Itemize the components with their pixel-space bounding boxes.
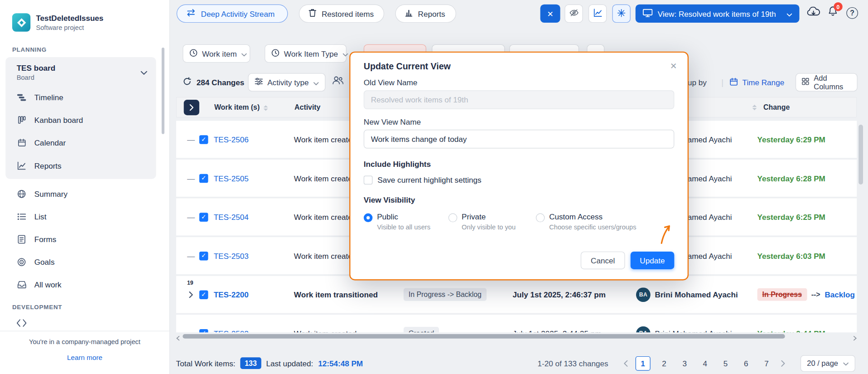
sidebar-footer: You're in a company-managed project Lear…	[0, 331, 169, 374]
project-logo-icon	[16, 17, 26, 27]
last-updated-label: Last updated:	[266, 359, 313, 368]
chart-view-button[interactable]	[588, 5, 607, 23]
user-name: Brini Mohamed Ayachi	[655, 329, 732, 332]
activity-type-filter[interactable]: Activity type	[248, 73, 325, 91]
highlights-checkbox[interactable]	[364, 175, 373, 185]
sidebar-item-list[interactable]: List	[0, 205, 169, 228]
row-checkbox[interactable]: ✓	[199, 174, 208, 183]
add-columns-button[interactable]: Add Columns	[796, 73, 858, 91]
timeline-icon	[17, 93, 27, 101]
table-row[interactable]: 19 ✓ TES-2200 Work item transitioned In …	[176, 276, 857, 313]
page-number[interactable]: 4	[699, 356, 712, 370]
inbox-icon	[17, 280, 27, 288]
page-number[interactable]: 1	[635, 356, 650, 370]
users-filter-button[interactable]	[332, 76, 344, 86]
divider: |	[721, 73, 723, 91]
column-header-change[interactable]: Change	[757, 103, 856, 111]
restored-items-button[interactable]: Restored items	[299, 5, 384, 23]
chevron-down-icon	[843, 359, 849, 367]
option-subtitle: Choose specific users/groups	[549, 223, 636, 231]
work-item-type-filter[interactable]: Work Item Type	[265, 44, 347, 63]
hide-columns-button[interactable]	[564, 5, 583, 23]
learn-more-link[interactable]: Learn more	[67, 354, 102, 362]
sidebar-scrollbar[interactable]	[162, 48, 164, 134]
page-number[interactable]: 6	[739, 356, 752, 370]
update-view-modal: Update Current View ✕ Old View Name New …	[349, 52, 689, 281]
row-checkbox[interactable]: ✓	[199, 329, 208, 332]
table-row[interactable]: — ✓ TES-2502 Work item created Created J…	[176, 315, 857, 332]
eye-off-icon	[569, 8, 579, 19]
sidebar-item-partial[interactable]	[17, 319, 169, 327]
deep-activity-stream-button[interactable]: Deep Activitiy Stream	[177, 5, 288, 23]
work-item-key[interactable]: TES-2502	[214, 329, 249, 332]
sort-icon[interactable]	[264, 105, 268, 111]
horizontal-scrollbar-thumb[interactable]	[183, 334, 785, 339]
clock-icon	[271, 49, 280, 58]
expand-all-button[interactable]	[184, 99, 199, 115]
update-button[interactable]: Update	[631, 252, 675, 269]
changes-counter[interactable]: 284 Changes	[183, 73, 244, 91]
sidebar-item-calendar[interactable]: Calendar	[5, 131, 156, 154]
new-view-name-input[interactable]	[364, 130, 675, 149]
sidebar-item-summary[interactable]: Summary	[0, 182, 169, 205]
prev-page-button[interactable]	[623, 360, 628, 367]
check-icon: ✓	[201, 214, 206, 220]
row-checkbox[interactable]: ✓	[199, 251, 208, 260]
highlight-settings-button[interactable]	[612, 5, 630, 23]
page-size-select[interactable]: 20 / page	[800, 355, 855, 372]
column-header-work-item[interactable]: Work item (s)	[214, 103, 294, 111]
help-button[interactable]: ?	[846, 7, 858, 19]
sidebar-item-timeline[interactable]: Timeline	[5, 86, 156, 108]
expand-row-button[interactable]	[189, 291, 193, 298]
activity-type-filter-label: Activity type	[267, 78, 309, 87]
clock-icon	[189, 49, 198, 58]
visibility-option-custom-access[interactable]: Custom Access Choose specific users/grou…	[536, 212, 637, 231]
scroll-right-icon[interactable]	[853, 334, 857, 343]
option-title: Private	[462, 212, 516, 221]
target-icon	[17, 257, 27, 267]
view-selector-button[interactable]: View: Resolved work items of 19th	[636, 5, 800, 23]
time-range-button[interactable]: Time Range	[730, 73, 785, 91]
page-number[interactable]: 5	[719, 356, 732, 370]
work-item-key[interactable]: TES-2505	[214, 174, 249, 183]
radio-icon[interactable]	[536, 214, 545, 223]
monitor-icon	[643, 9, 653, 19]
sidebar-item-kanban-board[interactable]: Kanban board	[5, 109, 156, 131]
sidebar-item-all-work[interactable]: All work	[0, 273, 169, 296]
row-checkbox[interactable]: ✓	[199, 135, 208, 144]
sidebar-item-goals[interactable]: Goals	[0, 250, 169, 273]
scroll-left-icon[interactable]	[176, 334, 180, 343]
work-item-key[interactable]: TES-2200	[214, 290, 249, 299]
work-item-key[interactable]: TES-2506	[214, 135, 249, 144]
board-switcher[interactable]: TES board Board	[5, 62, 156, 86]
visibility-option-private[interactable]: Private Only visible to you	[448, 212, 536, 231]
horizontal-scrollbar[interactable]	[176, 333, 857, 340]
activity-cell: Work item transitioned	[294, 290, 404, 299]
visibility-option-public[interactable]: Public Visible to all users	[364, 212, 448, 231]
cancel-button[interactable]: Cancel	[581, 252, 625, 269]
export-download-button[interactable]	[806, 7, 820, 19]
radio-icon[interactable]	[448, 214, 458, 223]
sidebar-item-reports[interactable]: Reports	[5, 154, 156, 177]
row-checkbox[interactable]: ✓	[199, 290, 208, 299]
sidebar-item-forms[interactable]: Forms	[0, 228, 169, 250]
work-item-key[interactable]: TES-2503	[214, 251, 249, 260]
notifications-button[interactable]: 0	[828, 6, 838, 18]
next-page-button[interactable]	[781, 360, 786, 367]
work-item-key[interactable]: TES-2504	[214, 213, 249, 222]
sort-icon[interactable]	[752, 104, 757, 110]
page-number[interactable]: 3	[678, 356, 691, 370]
reports-button[interactable]: Reports	[395, 5, 456, 23]
project-header: TestDeletedIssues Software project	[0, 0, 169, 38]
sliders-icon	[255, 78, 263, 87]
work-item-filter[interactable]: Work item	[183, 44, 250, 63]
save-highlights-option[interactable]: Save current highlight settings	[364, 175, 675, 185]
page-number[interactable]: 7	[760, 356, 773, 370]
modal-close-button[interactable]: ✕	[670, 61, 677, 71]
radio-selected-icon[interactable]	[364, 214, 373, 223]
row-checkbox[interactable]: ✓	[199, 213, 208, 222]
vertical-scrollbar[interactable]	[858, 125, 863, 185]
check-icon: ✓	[201, 136, 206, 142]
close-stream-button[interactable]: ✕	[540, 5, 560, 23]
page-number[interactable]: 2	[657, 356, 670, 370]
